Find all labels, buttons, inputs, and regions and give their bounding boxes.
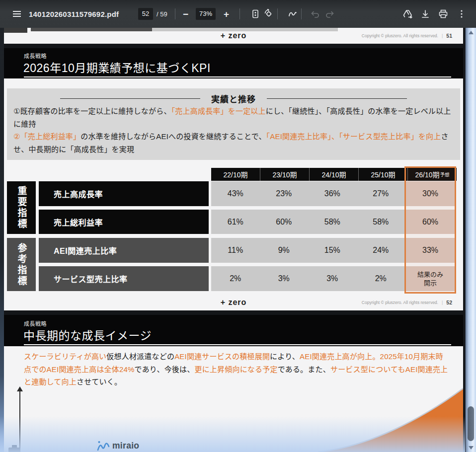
print-icon[interactable]	[436, 7, 450, 21]
summary-paragraphs: ①既存顧客の比率を一定以上に維持しながら、「売上高成長率」を一定以上にし、「継続…	[13, 105, 455, 155]
page-number-input[interactable]: 52	[138, 8, 153, 20]
section-heading: 実績と推移	[211, 92, 256, 105]
table-remnant-block	[31, 28, 152, 31]
save-to-drive-icon[interactable]	[400, 7, 415, 21]
toolbar-divider	[239, 8, 240, 19]
redo-icon	[323, 7, 337, 21]
toolbar-divider	[277, 8, 278, 19]
menu-icon[interactable]	[10, 7, 24, 21]
title-underline	[24, 76, 451, 77]
miraio-logo-icon	[97, 440, 110, 451]
column-header: 25/10期	[359, 168, 407, 181]
title-underline	[24, 344, 451, 345]
fit-page-icon[interactable]	[248, 7, 262, 21]
row-label: AEI関連売上比率	[39, 238, 209, 263]
chart-y-axis	[19, 390, 20, 452]
copyright-text: Copyright © pluszero. All rights reserve…	[362, 300, 438, 305]
scrollbar-down-arrow[interactable]	[466, 444, 476, 451]
row-label: 売上総利益率	[39, 210, 209, 234]
heading-rule-right	[267, 98, 407, 99]
column-header: 22/10期	[211, 168, 260, 181]
toolbar-divider	[175, 8, 175, 19]
kpi-table-header: 22/10期 23/10期 24/10期 25/10期 26/10期予想	[211, 168, 457, 181]
undo-icon	[308, 7, 322, 21]
pdf-toolbar: 140120260311579692.pdf 52 / 59 − 73% +	[0, 0, 476, 28]
table-row-values: 2%3%3%2%	[211, 266, 405, 291]
toolbar-divider	[301, 8, 302, 19]
scrollbar-up-arrow[interactable]	[466, 29, 476, 36]
column-header: 24/10期	[310, 168, 358, 181]
vertical-scrollbar[interactable]	[465, 28, 476, 452]
slide-page-number: 51	[446, 33, 452, 39]
miraio-brand-text: miraio	[112, 441, 139, 451]
forecast-cell: 60%	[406, 210, 455, 234]
group-label-primary: 重要指標	[7, 181, 36, 234]
chart-marker-icon	[7, 445, 22, 452]
more-options-icon[interactable]	[455, 7, 468, 21]
scrollbar-thumb[interactable]	[468, 406, 474, 441]
pdf-page-53: 成長戦略 中長期的な成長イメージ スケーラビリティが高い仮想人材派遣などのAEI…	[4, 315, 463, 452]
page-total-label: / 59	[157, 10, 167, 18]
miraio-watermark: miraio	[97, 440, 139, 452]
pdf-content-area: + zero Copyright © pluszero. All rights …	[0, 28, 465, 452]
group-label-reference: 参考指標	[7, 238, 36, 291]
forecast-cell: 33%	[406, 238, 455, 263]
left-edge-gradient	[0, 28, 4, 452]
zoom-out-button[interactable]: −	[181, 7, 190, 21]
table-row-values: 11%9%15%24%	[211, 238, 405, 263]
forecast-cell: 30%	[406, 181, 455, 206]
pdf-page-52: 成長戦略 2026年10月期業績予想に基づくKPI 実績と推移 ①既存顧客の比率…	[4, 48, 463, 310]
column-header-forecast: 26/10期予想	[408, 168, 457, 181]
table-remnant-block	[152, 28, 338, 31]
pdf-page-51: + zero Copyright © pluszero. All rights …	[4, 28, 463, 44]
rotate-icon[interactable]	[262, 7, 276, 21]
annotate-pen-icon[interactable]	[285, 7, 300, 21]
slide-page-number: 52	[446, 300, 452, 305]
slide-header: 成長戦略 中長期的な成長イメージ	[4, 315, 463, 346]
heading-rule-left	[60, 98, 200, 99]
download-icon[interactable]	[418, 7, 432, 21]
forecast-cell: 結果のみ 開示	[406, 266, 455, 291]
table-row-values: 43%23%36%27%	[211, 181, 405, 206]
column-header: 23/10期	[260, 168, 309, 181]
copyright-text: Copyright © pluszero. All rights reserve…	[362, 33, 438, 38]
zoom-level-input[interactable]: 73%	[196, 8, 216, 20]
slide-header: 成長戦略 2026年10月期業績予想に基づくKPI	[4, 48, 463, 78]
document-filename: 140120260311579692.pdf	[29, 10, 119, 18]
growth-paragraph: スケーラビリティが高い仮想人材派遣などのAEI関連サービスの積極展開により、AE…	[24, 350, 449, 388]
row-label: 売上高成長率	[39, 181, 209, 206]
slide-title: 中長期的な成長イメージ	[23, 326, 152, 343]
zoom-in-button[interactable]: +	[222, 7, 231, 21]
growth-curve-area	[218, 384, 463, 452]
slide-title: 2026年10月期業績予想に基づくKPI	[23, 59, 211, 75]
row-label: サービス型売上比率	[39, 266, 209, 291]
summary-box: 実績と推移 ①既存顧客の比率を一定以上に維持しながら、「売上高成長率」を一定以上…	[7, 88, 460, 160]
table-row-values: 61%60%58%58%	[211, 210, 405, 234]
